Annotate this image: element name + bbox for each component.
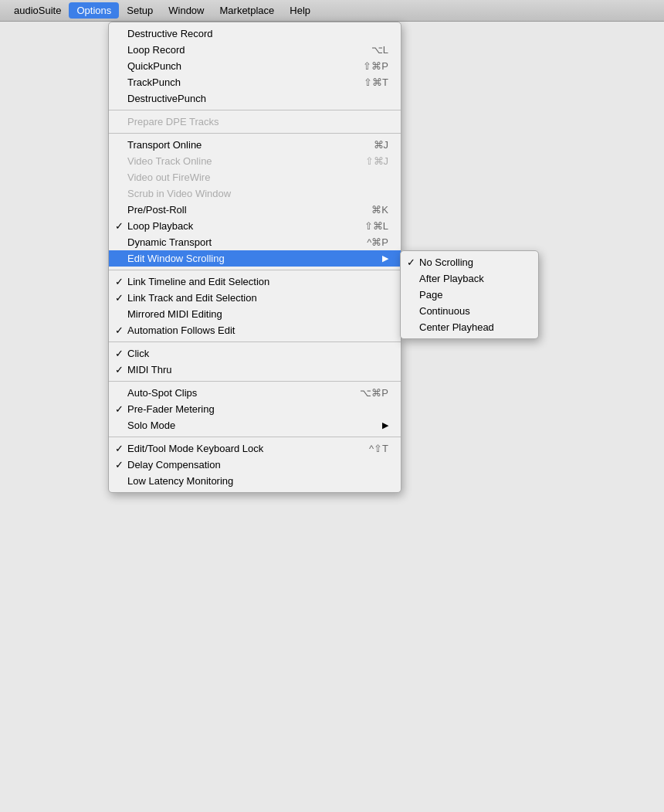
menu-options[interactable]: Options [69, 2, 119, 19]
menu-item-label: Video Track Online [127, 155, 212, 167]
menu-item-label: Loop Playback [127, 220, 193, 232]
menu-item-shortcut: ^⌘P [367, 236, 388, 248]
menu-item-dynamic-transport[interactable]: Dynamic Transport ^⌘P [109, 234, 401, 250]
menu-item-shortcut: ⌥⌘P [360, 387, 388, 399]
menu-item-video-out-firewire[interactable]: Video out FireWire [109, 169, 401, 185]
submenu-arrow-icon: ▶ [382, 253, 388, 263]
menu-item-label: Destructive Record [127, 28, 213, 39]
menu-item-quickpunch[interactable]: QuickPunch ⇧⌘P [109, 58, 401, 74]
menu-item-label: Delay Compensation [127, 459, 221, 471]
menu-item-label: Link Track and Edit Selection [127, 292, 257, 304]
menu-item-midi-thru[interactable]: MIDI Thru [109, 362, 401, 378]
separator-3 [109, 270, 401, 270]
menu-item-low-latency[interactable]: Low Latency Monitoring [109, 473, 401, 489]
menu-item-shortcut: ⇧⌘T [364, 76, 388, 88]
menu-item-shortcut: ⌘J [374, 139, 389, 151]
menu-item-label: Prepare DPE Tracks [127, 116, 219, 127]
submenu-scrolling: No Scrolling After Playback Page Continu… [400, 250, 539, 339]
menu-item-label: Edit/Tool Mode Keyboard Lock [127, 443, 263, 454]
menu-item-label: QuickPunch [127, 60, 181, 72]
menu-item-transport-online[interactable]: Transport Online ⌘J [109, 137, 401, 153]
submenu-item-label: Center Playhead [419, 321, 494, 333]
menu-setup[interactable]: Setup [119, 2, 161, 19]
menu-item-auto-spot-clips[interactable]: Auto-Spot Clips ⌥⌘P [109, 385, 401, 401]
menu-item-link-timeline-edit[interactable]: Link Timeline and Edit Selection [109, 273, 401, 290]
menu-audiosuite[interactable]: audioSuite [6, 2, 69, 19]
menu-item-label: Loop Record [127, 44, 185, 56]
menu-item-label: Low Latency Monitoring [127, 475, 233, 487]
menu-item-label: Solo Mode [127, 420, 175, 431]
submenu-item-label: Continuous [419, 305, 470, 317]
menu-item-label: Scrub in Video Window [127, 188, 231, 199]
submenu-item-label: No Scrolling [419, 257, 473, 268]
menu-item-delay-compensation[interactable]: Delay Compensation [109, 457, 401, 473]
menu-item-label: TrackPunch [127, 76, 181, 88]
menu-item-pre-fader-metering[interactable]: Pre-Fader Metering [109, 401, 401, 417]
menu-item-loop-playback[interactable]: Loop Playback ⇧⌘L [109, 218, 401, 234]
menu-item-label: Video out FireWire [127, 172, 210, 183]
menu-item-prepare-dpe[interactable]: Prepare DPE Tracks [109, 114, 401, 130]
menu-item-shortcut: ⇧⌘L [364, 220, 388, 232]
menu-item-label: Transport Online [127, 139, 202, 151]
submenu-item-no-scrolling[interactable]: No Scrolling [401, 254, 538, 270]
menu-item-label: DestructivePunch [127, 93, 206, 104]
menu-item-label: Mirrored MIDI Editing [127, 308, 222, 320]
submenu-item-label: After Playback [419, 273, 484, 284]
menu-item-destructive-record[interactable]: Destructive Record [109, 25, 401, 42]
menu-marketplace[interactable]: Marketplace [212, 2, 283, 19]
menu-bar: audioSuite Options Setup Window Marketpl… [0, 0, 664, 22]
menu-item-shortcut: ⌥L [371, 44, 388, 56]
menu-item-link-track-edit[interactable]: Link Track and Edit Selection [109, 290, 401, 306]
options-menu: Destructive Record Loop Record ⌥L QuickP… [108, 22, 401, 493]
menu-item-shortcut: ^⇧T [369, 443, 388, 454]
menu-item-shortcut: ⌘K [371, 204, 388, 216]
submenu-item-label: Page [419, 289, 442, 301]
submenu-arrow-icon-solo: ▶ [382, 420, 388, 430]
menu-item-shortcut: ⇧⌘J [365, 155, 389, 167]
separator-5 [109, 381, 401, 382]
menu-item-scrub-video[interactable]: Scrub in Video Window [109, 185, 401, 202]
separator-6 [109, 437, 401, 437]
menu-item-click[interactable]: Click [109, 345, 401, 362]
submenu-item-center-playhead[interactable]: Center Playhead [401, 319, 538, 335]
separator-2 [109, 133, 401, 134]
menu-item-edit-tool-mode[interactable]: Edit/Tool Mode Keyboard Lock ^⇧T [109, 440, 401, 457]
separator-4 [109, 341, 401, 342]
menu-item-label: Dynamic Transport [127, 236, 212, 248]
menu-item-label: Link Timeline and Edit Selection [127, 276, 269, 287]
menu-item-edit-window-scrolling[interactable]: Edit Window Scrolling ▶ No Scrolling Aft… [109, 250, 401, 267]
menu-item-trackpunch[interactable]: TrackPunch ⇧⌘T [109, 74, 401, 90]
submenu-item-page[interactable]: Page [401, 287, 538, 303]
menu-item-pre-post-roll[interactable]: Pre/Post-Roll ⌘K [109, 202, 401, 218]
menu-item-label: Auto-Spot Clips [127, 387, 197, 399]
menu-help[interactable]: Help [282, 2, 318, 19]
menu-item-loop-record[interactable]: Loop Record ⌥L [109, 42, 401, 58]
menu-item-label: MIDI Thru [127, 364, 172, 375]
menu-item-label: Click [127, 348, 149, 359]
menu-item-destructivepunch[interactable]: DestructivePunch [109, 90, 401, 107]
menu-item-label: Automation Follows Edit [127, 324, 235, 336]
menu-item-label: Pre-Fader Metering [127, 403, 215, 415]
menu-item-automation-follows[interactable]: Automation Follows Edit [109, 322, 401, 338]
menu-item-video-track-online[interactable]: Video Track Online ⇧⌘J [109, 153, 401, 169]
menu-window[interactable]: Window [161, 2, 212, 19]
menu-item-shortcut: ⇧⌘P [363, 60, 388, 72]
submenu-item-after-playback[interactable]: After Playback [401, 270, 538, 287]
separator-1 [109, 110, 401, 110]
menu-item-mirrored-midi[interactable]: Mirrored MIDI Editing [109, 306, 401, 322]
submenu-item-continuous[interactable]: Continuous [401, 303, 538, 319]
menu-item-label: Pre/Post-Roll [127, 204, 187, 216]
menu-item-label: Edit Window Scrolling [127, 253, 225, 264]
menu-item-solo-mode[interactable]: Solo Mode ▶ [109, 417, 401, 433]
